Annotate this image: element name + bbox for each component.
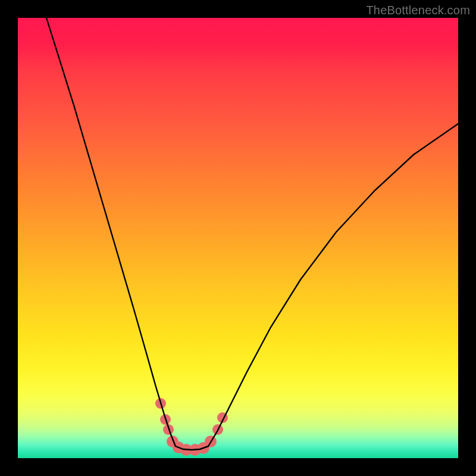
curve-layer [18,18,458,458]
curve-right-branch [208,124,458,446]
chart-frame: TheBottleneck.com [0,0,476,476]
plot-area [18,18,458,458]
watermark-text: TheBottleneck.com [366,4,470,17]
highlight-markers [155,398,228,456]
curve-left-branch [46,18,176,446]
